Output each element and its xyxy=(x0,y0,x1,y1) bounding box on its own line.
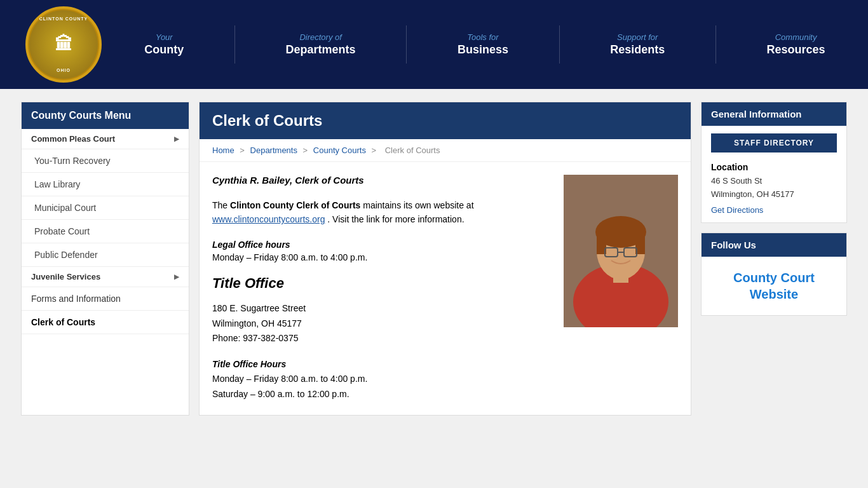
nav-top-label: Community xyxy=(767,32,825,42)
location-line2: Wilmington, OH 45177 xyxy=(711,188,837,201)
staff-directory-button[interactable]: STAFF DIRECTORY xyxy=(711,133,837,152)
breadcrumb-current: Clerk of Courts xyxy=(385,146,440,155)
county-logo: CLINTON COUNTY 🏛 OHIO xyxy=(25,6,102,83)
address-line2: Wilmington, OH 45177 xyxy=(212,316,551,332)
nav-divider xyxy=(406,25,407,64)
legal-hours-label: Legal Office hours xyxy=(212,240,551,250)
sidebar-item-you-turn[interactable]: You-Turn Recovery xyxy=(22,149,189,173)
court-website-link[interactable]: www.clintoncountycourts.org xyxy=(212,214,325,224)
nav-divider xyxy=(559,25,560,64)
follow-body: County Court Website xyxy=(702,257,846,315)
nav-top-label: Directory of xyxy=(286,32,356,42)
person-name: Cynthia R. Bailey, Clerk of Courts xyxy=(212,175,551,186)
get-directions-link[interactable]: Get Directions xyxy=(711,205,837,215)
sidebar-item-probate[interactable]: Probate Court xyxy=(22,220,189,243)
site-header: CLINTON COUNTY 🏛 OHIO Your County Direct… xyxy=(0,0,868,89)
location-label: Location xyxy=(711,162,837,172)
nav-top-label: Support for xyxy=(610,32,665,42)
location-address: 46 S South St Wilmington, OH 45177 xyxy=(711,175,837,201)
sidebar-item-forms[interactable]: Forms and Information xyxy=(22,287,189,311)
sidebar-item-municipal[interactable]: Municipal Court xyxy=(22,196,189,220)
nav-bottom-label: Residents xyxy=(610,43,665,57)
sidebar-item-public-defender[interactable]: Public Defender xyxy=(22,243,189,267)
logo-text-top: CLINTON COUNTY xyxy=(29,17,98,21)
right-sidebar: General Information STAFF DIRECTORY Loca… xyxy=(701,102,847,416)
sidebar-item-juvenile[interactable]: Juvenile Services ▶ xyxy=(22,267,189,287)
general-info-panel: General Information STAFF DIRECTORY Loca… xyxy=(701,102,847,223)
nav-bottom-label: Resources xyxy=(767,43,825,57)
breadcrumb-departments[interactable]: Departments xyxy=(250,146,297,155)
nav-divider xyxy=(234,25,235,64)
sidebar-item-common-pleas[interactable]: Common Pleas Court ▶ xyxy=(22,129,189,149)
chevron-right-icon: ▶ xyxy=(174,273,179,280)
main-content: Clerk of Courts Home > Departments > Cou… xyxy=(199,102,691,416)
address-line1: 180 E. Sugartree Street xyxy=(212,301,551,316)
nav-community[interactable]: Community Resources xyxy=(757,26,835,63)
nav-bottom-label: Business xyxy=(458,43,508,57)
main-nav: Your County Directory of Departments Too… xyxy=(114,25,855,64)
nav-bottom-label: County xyxy=(144,43,184,57)
address-block: 180 E. Sugartree Street Wilmington, OH 4… xyxy=(212,301,551,346)
breadcrumb-separator: > xyxy=(240,146,247,155)
logo-area[interactable]: CLINTON COUNTY 🏛 OHIO xyxy=(13,6,114,83)
follow-panel: Follow Us County Court Website xyxy=(701,233,847,316)
content-body: Cynthia R. Bailey, Clerk of Courts The C… xyxy=(200,162,691,415)
breadcrumb: Home > Departments > County Courts > Cle… xyxy=(200,139,691,162)
logo-text-bottom: OHIO xyxy=(29,68,98,72)
breadcrumb-separator: > xyxy=(303,146,310,155)
nav-directory[interactable]: Directory of Departments xyxy=(276,26,365,63)
left-sidebar: County Courts Menu Common Pleas Court ▶ … xyxy=(21,102,189,416)
photo-placeholder xyxy=(564,175,678,327)
sidebar-title: County Courts Menu xyxy=(22,102,189,129)
breadcrumb-home[interactable]: Home xyxy=(212,146,234,155)
page-title: Clerk of Courts xyxy=(200,102,691,139)
chevron-right-icon: ▶ xyxy=(174,135,179,142)
nav-bottom-label: Departments xyxy=(286,43,356,57)
title-hours-label: Title Office Hours xyxy=(212,359,551,369)
general-info-body: STAFF DIRECTORY Location 46 S South St W… xyxy=(702,126,846,222)
sidebar-item-law-library[interactable]: Law Library xyxy=(22,173,189,196)
nav-top-label: Tools for xyxy=(458,32,508,42)
title-hours-line2: Saturday – 9:00 a.m. to 12:00 p.m. xyxy=(212,387,551,402)
address-phone: Phone: 937-382-0375 xyxy=(212,331,551,346)
sidebar-item-clerk-of-courts[interactable]: Clerk of Courts xyxy=(22,311,189,334)
sidebar-menu: Common Pleas Court ▶ You-Turn Recovery L… xyxy=(22,129,189,334)
breadcrumb-county-courts[interactable]: County Courts xyxy=(313,146,366,155)
person-photo xyxy=(564,175,678,327)
general-info-title: General Information xyxy=(702,102,846,126)
content-text: Cynthia R. Bailey, Clerk of Courts The C… xyxy=(212,175,551,402)
title-hours-line1: Monday – Friday 8:00 a.m. to 4:00 p.m. xyxy=(212,372,551,387)
location-line1: 46 S South St xyxy=(711,175,837,188)
nav-your-county[interactable]: Your County xyxy=(135,26,193,63)
nav-residents[interactable]: Support for Residents xyxy=(600,26,674,63)
breadcrumb-separator: > xyxy=(372,146,379,155)
legal-hours-text: Monday – Friday 8:00 a.m. to 4:00 p.m. xyxy=(212,252,551,262)
title-office-heading: Title Office xyxy=(212,275,551,292)
nav-divider xyxy=(715,25,716,64)
main-wrapper: County Courts Menu Common Pleas Court ▶ … xyxy=(8,89,860,428)
org-name: Clinton County Clerk of Courts xyxy=(230,200,360,210)
title-hours-text: Monday – Friday 8:00 a.m. to 4:00 p.m. S… xyxy=(212,372,551,402)
description: The Clinton County Clerk of Courts maint… xyxy=(212,198,551,227)
nav-top-label: Your xyxy=(144,32,184,42)
nav-business[interactable]: Tools for Business xyxy=(448,26,518,63)
county-court-website-link[interactable]: County Court Website xyxy=(733,271,815,301)
follow-title: Follow Us xyxy=(702,233,846,257)
